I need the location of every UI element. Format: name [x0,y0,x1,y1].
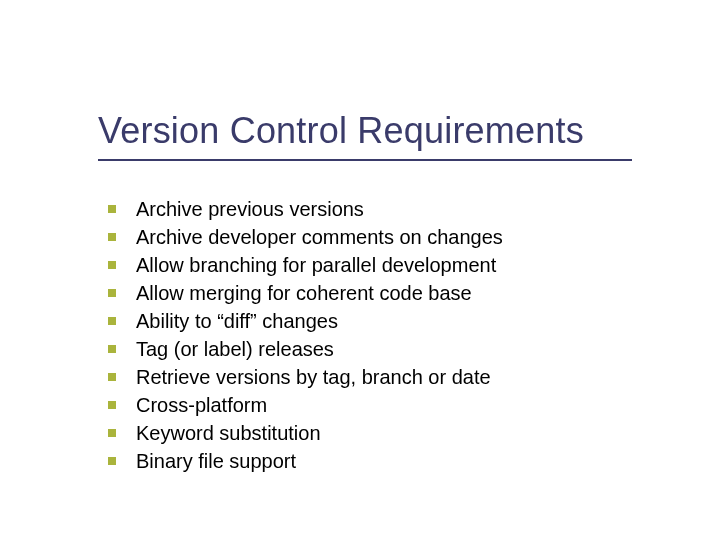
list-item: Archive developer comments on changes [108,223,503,251]
slide-title: Version Control Requirements [98,110,584,152]
slide: Version Control Requirements Archive pre… [0,0,720,540]
square-bullet-icon [108,205,116,213]
list-item: Tag (or label) releases [108,335,503,363]
title-underline [98,159,632,161]
square-bullet-icon [108,317,116,325]
list-item-label: Ability to “diff” changes [136,310,338,333]
square-bullet-icon [108,401,116,409]
list-item-label: Archive developer comments on changes [136,226,503,249]
list-item-label: Cross-platform [136,394,267,417]
square-bullet-icon [108,233,116,241]
list-item-label: Archive previous versions [136,198,364,221]
list-item: Ability to “diff” changes [108,307,503,335]
bullet-list: Archive previous versions Archive develo… [108,195,503,475]
list-item: Archive previous versions [108,195,503,223]
square-bullet-icon [108,345,116,353]
list-item-label: Allow merging for coherent code base [136,282,472,305]
square-bullet-icon [108,373,116,381]
list-item: Retrieve versions by tag, branch or date [108,363,503,391]
list-item-label: Tag (or label) releases [136,338,334,361]
list-item-label: Allow branching for parallel development [136,254,496,277]
list-item: Cross-platform [108,391,503,419]
square-bullet-icon [108,289,116,297]
list-item-label: Retrieve versions by tag, branch or date [136,366,491,389]
list-item-label: Keyword substitution [136,422,321,445]
list-item-label: Binary file support [136,450,296,473]
square-bullet-icon [108,261,116,269]
list-item: Allow merging for coherent code base [108,279,503,307]
list-item: Allow branching for parallel development [108,251,503,279]
square-bullet-icon [108,457,116,465]
list-item: Binary file support [108,447,503,475]
list-item: Keyword substitution [108,419,503,447]
square-bullet-icon [108,429,116,437]
